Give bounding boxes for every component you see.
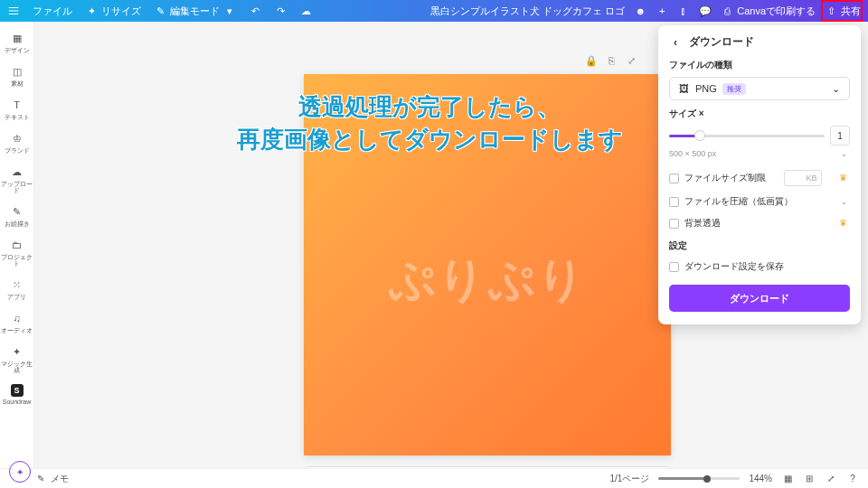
zoom-value[interactable]: 144% xyxy=(749,474,772,483)
duplicate-icon[interactable]: ⎘ xyxy=(605,54,618,67)
sidebar-item-apps[interactable]: ⁙アプリ xyxy=(0,274,33,304)
option-compress[interactable]: ファイルを圧縮（低画質） ⌄ xyxy=(669,191,850,212)
option-label: 背景透過 xyxy=(684,217,721,230)
sidebar-label: ブランド xyxy=(5,147,30,154)
kb-input[interactable]: KB xyxy=(784,170,822,186)
sidebar-label: プロジェクト xyxy=(0,254,33,267)
soundraw-icon: S xyxy=(11,384,24,397)
document-title[interactable]: 黒白シンプルイラスト犬 ドッグカフェ ロゴ xyxy=(430,5,625,18)
notes-button[interactable]: ✎メモ xyxy=(34,473,69,485)
sidebar-item-magic[interactable]: ✦マジック生成 xyxy=(0,341,33,377)
editmode-menu[interactable]: ✎編集モード▾ xyxy=(154,5,236,18)
redo-icon[interactable]: ↷ xyxy=(274,5,287,17)
wand-icon: ✦ xyxy=(10,344,24,359)
shapes-icon: ◫ xyxy=(10,64,24,79)
checkbox[interactable] xyxy=(669,219,679,229)
sidebar-label: マジック生成 xyxy=(0,361,33,373)
print-button[interactable]: ⎙Canvaで印刷する xyxy=(721,5,816,18)
crown-icon: ♛ xyxy=(839,173,850,183)
image-icon: 🖼 xyxy=(677,82,690,95)
sidebar-label: アプリ xyxy=(7,294,26,300)
page-indicator[interactable]: 1/1ページ xyxy=(610,473,650,485)
sidebar-item-upload[interactable]: ☁アップロード xyxy=(0,161,33,197)
download-button[interactable]: ダウンロード xyxy=(669,285,850,312)
pencil-icon: ✎ xyxy=(154,5,166,17)
canvas-toolbar: 🔒 ⎘ ⤢ xyxy=(585,54,637,67)
upload-icon: ☁ xyxy=(10,164,24,179)
checkbox[interactable] xyxy=(669,262,679,272)
menu-icon[interactable] xyxy=(7,5,20,17)
expand-icon[interactable]: ⤢ xyxy=(625,54,637,67)
sidebar-item-soundraw[interactable]: SSoundraw xyxy=(0,380,33,408)
sidebar-label: テキスト xyxy=(5,114,30,120)
sidebar-label: お絵描き xyxy=(5,221,30,227)
size-slider[interactable] xyxy=(669,135,825,137)
size-label: サイズ × xyxy=(669,108,850,120)
layout-icon: ▦ xyxy=(10,31,24,45)
share-label: 共有 xyxy=(841,5,861,18)
download-panel: ‹ ダウンロード ファイルの種類 🖼 PNG 推奨 ⌄ サイズ × 1 500 … xyxy=(658,25,861,324)
filetype-select[interactable]: 🖼 PNG 推奨 ⌄ xyxy=(669,77,850,100)
option-label: ファイルサイズ制限 xyxy=(684,172,766,184)
chevron-down-icon: ⌄ xyxy=(829,82,842,95)
chevron-down-icon: ⌄ xyxy=(837,195,850,208)
left-sidebar: ▦デザイン ◫素材 Tテキスト ♔ブランド ☁アップロード ✎お絵描き 🗀プロジ… xyxy=(0,22,34,468)
draw-icon: ✎ xyxy=(10,204,24,219)
grid-icon[interactable]: ▦ xyxy=(781,473,794,485)
fullscreen-icon[interactable]: ⤢ xyxy=(825,473,837,485)
resize-menu[interactable]: ✦リサイズ xyxy=(85,5,141,18)
size-value[interactable]: 1 xyxy=(830,126,850,145)
crown-icon: ♛ xyxy=(839,218,850,229)
file-menu[interactable]: ファイル xyxy=(33,5,72,18)
notes-icon: ✎ xyxy=(34,473,47,485)
resize-label: リサイズ xyxy=(101,5,141,18)
chevron-down-icon: ▾ xyxy=(223,5,236,17)
share-icon: ⇧ xyxy=(825,5,837,17)
music-icon: ♫ xyxy=(10,311,24,325)
sidebar-item-audio[interactable]: ♫オーディオ xyxy=(0,307,33,337)
sidebar-label: オーディオ xyxy=(1,327,33,333)
panel-title: ダウンロード xyxy=(689,34,754,50)
checkbox[interactable] xyxy=(669,197,679,207)
option-label: ファイルを圧縮（低画質） xyxy=(684,195,793,208)
topbar-left: ファイル ✦リサイズ ✎編集モード▾ ↶ ↷ ☁ xyxy=(7,5,312,18)
comment-icon[interactable]: 💬 xyxy=(699,5,712,17)
chart-icon[interactable]: ⫿ xyxy=(677,5,690,17)
option-label: ダウンロード設定を保存 xyxy=(684,260,784,273)
back-icon[interactable]: ‹ xyxy=(669,36,682,49)
sidebar-item-text[interactable]: Tテキスト xyxy=(0,94,33,124)
undo-icon[interactable]: ↶ xyxy=(249,5,261,17)
checkbox[interactable] xyxy=(669,174,679,183)
sidebar-item-draw[interactable]: ✎お絵描き xyxy=(0,201,33,230)
cloud-icon[interactable]: ☁ xyxy=(299,5,312,17)
plus-icon[interactable]: + xyxy=(656,5,668,17)
folder-icon: 🗀 xyxy=(10,238,24,252)
collab-icon[interactable]: ☻ xyxy=(634,5,646,17)
text-icon: T xyxy=(10,98,24,112)
sidebar-item-brand[interactable]: ♔ブランド xyxy=(0,127,33,157)
watermark-text: ぷりぷり xyxy=(388,249,587,312)
sidebar-item-elements[interactable]: ◫素材 xyxy=(0,61,33,90)
thumbnails-icon[interactable]: ⊞ xyxy=(803,473,816,485)
option-transparent-bg[interactable]: 背景透過 ♛ xyxy=(669,212,850,234)
lock-icon[interactable]: 🔒 xyxy=(585,54,598,67)
option-filesize-limit[interactable]: ファイルサイズ制限 KB ♛ xyxy=(669,165,850,191)
sidebar-item-design[interactable]: ▦デザイン xyxy=(0,27,33,57)
sidebar-item-project[interactable]: 🗀プロジェクト xyxy=(0,234,33,270)
print-label: Canvaで印刷する xyxy=(737,5,816,18)
top-bar: ファイル ✦リサイズ ✎編集モード▾ ↶ ↷ ☁ 黒白シンプルイラスト犬 ドッグ… xyxy=(0,0,868,22)
print-icon: ⎙ xyxy=(721,5,733,17)
brand-icon: ♔ xyxy=(10,131,24,145)
option-save-settings[interactable]: ダウンロード設定を保存 xyxy=(669,256,850,277)
share-button[interactable]: ⇧共有 xyxy=(825,5,861,18)
notes-label: メモ xyxy=(51,473,69,485)
sidebar-label: Soundraw xyxy=(3,399,32,405)
ai-assistant-button[interactable]: ✦ xyxy=(9,461,31,483)
zoom-slider[interactable] xyxy=(658,477,740,480)
apps-icon: ⁙ xyxy=(10,277,24,292)
chevron-down-icon[interactable]: ⌄ xyxy=(837,147,850,160)
overlay-line2: 再度画像としてダウンロードします xyxy=(194,123,665,155)
size-hint: 500 × 500 px xyxy=(669,149,716,158)
sidebar-label: アップロード xyxy=(0,181,33,193)
help-icon[interactable]: ? xyxy=(846,473,859,485)
